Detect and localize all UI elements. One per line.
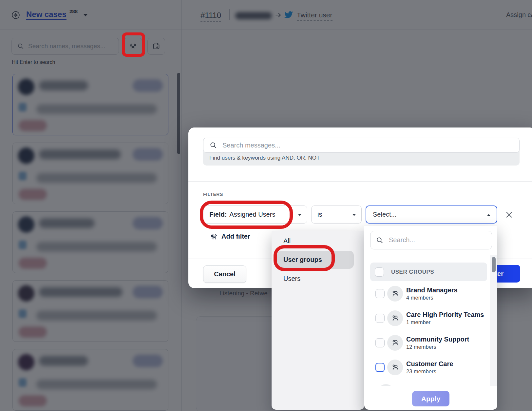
group-avatar [387,335,403,351]
field-prefix: Field: [209,211,227,218]
sliders-icon [210,233,218,240]
group-avatar [387,286,403,302]
select-all-checkbox[interactable] [375,267,384,277]
people-icon [390,289,400,298]
people-icon [390,338,400,347]
group-scrollbar[interactable] [492,257,496,272]
value-type-menu: All User groups Users [272,231,364,410]
search-icon [376,236,384,244]
group-avatar [387,360,403,375]
user-group-row[interactable]: Customer Care 23 members [364,355,490,380]
add-filter-label: Add filter [221,233,250,240]
group-name: Brand Managers [406,286,458,294]
message-search-box [203,138,520,153]
search-icon [209,141,217,149]
group-list: Brand Managers 4 members Care High Prior… [364,281,490,386]
group-checkbox[interactable] [375,338,385,347]
app-screen: New cases 288 Hit Enter to search [0,0,532,411]
group-name: Care High Priority Teams [406,311,484,319]
value-placeholder: Select... [373,211,396,218]
type-menu-item-label: User groups [283,256,322,264]
operator-value: is [317,211,322,218]
group-list-viewport: USER GROUPS Brand Managers 4 members C [364,255,497,386]
chevron-down-icon [298,214,302,216]
apply-button[interactable]: Apply [412,391,449,406]
group-checkbox[interactable] [375,289,385,298]
chevron-up-icon [487,214,491,216]
type-menu-item-label: All [283,237,291,245]
people-icon [390,363,400,372]
type-menu-item[interactable]: User groups [277,251,354,269]
remove-filter-button[interactable] [505,210,513,219]
modal-divider [188,181,532,182]
cancel-button[interactable]: Cancel [203,265,246,283]
value-dropdown-open[interactable]: Select... [366,206,497,224]
group-checkbox[interactable] [375,314,385,323]
group-search-input[interactable] [388,236,484,244]
group-section-label: USER GROUPS [391,269,434,275]
group-section-header: USER GROUPS [370,263,487,281]
user-group-row[interactable]: Community Support 12 members [364,330,490,355]
group-checkbox[interactable] [375,363,385,372]
group-scroll-track [490,255,497,386]
user-group-row[interactable]: Care High Priority Teams 1 member [364,306,490,330]
type-menu-item[interactable]: All [277,234,354,248]
group-member-count: 12 members [406,343,469,350]
group-avatar [387,310,403,326]
group-name: Customer Care [406,360,453,368]
message-search-input[interactable] [222,141,511,149]
user-group-row[interactable] [364,380,490,386]
group-name: Community Support [406,336,469,343]
field-value: Assigned Users [229,211,275,218]
group-member-count: 23 members [406,368,453,375]
type-menu-item[interactable]: Users [277,271,354,286]
group-member-count: 1 member [406,319,484,325]
type-menu-item-label: Users [283,275,300,283]
group-search-box [370,231,492,249]
filters-section-label: FILTERS [203,192,223,197]
group-member-count: 4 members [406,294,458,301]
panel-footer-divider [364,386,497,386]
people-icon [390,314,400,323]
value-select-panel: USER GROUPS Brand Managers 4 members C [364,226,497,410]
add-filter-button[interactable]: Add filter [210,233,250,240]
close-icon [505,210,513,219]
search-helper-text: Find users & keywords using AND, OR, NOT [209,155,320,162]
user-group-row[interactable]: Brand Managers 4 members [364,281,490,306]
operator-dropdown[interactable]: is [311,206,362,224]
field-dropdown[interactable]: Field: Assigned Users [203,206,307,224]
chevron-down-icon [352,214,356,216]
